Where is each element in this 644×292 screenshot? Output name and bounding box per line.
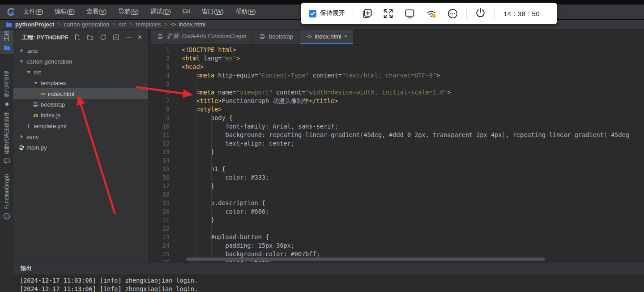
- breadcrumb-segment-templates[interactable]: templates: [136, 21, 161, 28]
- file-icon-slot: <>: [39, 91, 46, 97]
- activity-rail: 工程源代码管理鲲鹏代码迁移插件fFunctionGraph: [0, 30, 13, 262]
- line-number: 17: [149, 182, 176, 190]
- code-line-23[interactable]: 23 #upload-button {: [149, 233, 644, 241]
- line-number: 11: [149, 131, 176, 139]
- menu-item-e[interactable]: 编辑(E): [49, 8, 81, 16]
- chevron-down-icon[interactable]: [25, 69, 32, 75]
- project-panel-title: 工程: PYTHONPR⋯: [21, 34, 68, 42]
- more-icon[interactable]: ⋯: [125, 34, 132, 41]
- menu-item-h[interactable]: 帮助(H): [230, 8, 262, 16]
- html-file-icon: <>: [171, 21, 175, 27]
- new-file-icon[interactable]: [73, 34, 81, 41]
- tree-item-venv[interactable]: venv: [13, 131, 148, 142]
- remote-toolbar: 保持展开 14 : 38 : 50: [301, 3, 557, 24]
- code-line-14[interactable]: 14: [149, 156, 644, 165]
- code-line-3[interactable]: 3<head>: [149, 63, 644, 71]
- menu-item-n[interactable]: 导航(N): [112, 8, 145, 16]
- code-line-10[interactable]: 10 font-family: Arial, sans-serif;: [149, 122, 644, 131]
- code-line-9[interactable]: 9 body {: [149, 114, 644, 122]
- line-number: 18: [149, 190, 176, 199]
- code-line-12[interactable]: 12 text-align: center;: [149, 139, 644, 148]
- wifi-icon[interactable]: [425, 8, 437, 20]
- code-line-17[interactable]: 17 }: [149, 182, 644, 190]
- more-circle-icon[interactable]: [447, 8, 459, 20]
- code-area[interactable]: 1<!DOCTYPE html>2<html lang="en">3<head>…: [149, 45, 644, 262]
- code-line-16[interactable]: 16 color: #333;: [149, 173, 644, 182]
- code-line-2[interactable]: 2<html lang="en">: [149, 54, 644, 63]
- code-line-24[interactable]: 24 padding: 15px 30px;: [149, 241, 644, 250]
- tree-item-.arts[interactable]: .arts: [13, 45, 148, 56]
- modified-dot-icon: •: [345, 34, 347, 39]
- tree-item-templates[interactable]: templates: [13, 77, 148, 88]
- file-icon-slot: [32, 101, 39, 107]
- editor-tab-bootstrap[interactable]: bootstrap: [253, 30, 299, 44]
- code-line-5[interactable]: 5: [149, 80, 644, 88]
- editor-tab-index.html[interactable]: <>index.html•: [300, 30, 353, 44]
- menu-item-git[interactable]: Git: [177, 8, 196, 16]
- rail-item-item[interactable]: 工程: [0, 30, 13, 54]
- code-line-1[interactable]: 1<!DOCTYPE html>: [149, 46, 644, 54]
- code-text: <html lang="en">: [176, 54, 240, 63]
- code-text: body {: [176, 114, 233, 122]
- rail-item-item[interactable]: 源代码管理: [0, 67, 13, 110]
- breadcrumb-segment-index.html[interactable]: index.html: [179, 21, 205, 28]
- html-file-icon: <>: [40, 91, 45, 97]
- code-line-7[interactable]: 7 <title>FunctionGraph 动漫头像制作</title>: [149, 97, 644, 105]
- keep-open-checkbox[interactable]: 保持展开: [309, 9, 345, 17]
- power-slot: [474, 7, 486, 21]
- rail-item-item[interactable]: 鲲鹏代码迁移插件: [0, 114, 13, 167]
- code-line-6[interactable]: 6 <meta name="viewport" content="width=d…: [149, 88, 644, 97]
- code-text: p.description {: [176, 199, 265, 207]
- new-folder-icon[interactable]: [86, 34, 94, 41]
- code-line-4[interactable]: 4 <meta http-equiv="Content-Type" conten…: [149, 71, 644, 80]
- code-line-22[interactable]: 22: [149, 224, 644, 233]
- chevron-right-icon[interactable]: [18, 135, 25, 138]
- monitor-icon[interactable]: [404, 8, 416, 20]
- horizontal-scrollbar[interactable]: [186, 258, 545, 261]
- line-number: 24: [149, 241, 176, 250]
- code-line-21[interactable]: 21 }: [149, 216, 644, 224]
- code-line-13[interactable]: 13 }: [149, 148, 644, 156]
- rail-item-label: 鲲鹏代码迁移插件: [3, 112, 11, 155]
- line-number: 8: [149, 105, 176, 114]
- code-line-18[interactable]: 18: [149, 190, 644, 199]
- refresh-icon[interactable]: [99, 34, 107, 41]
- editor-tab-codeartsfunctiongraph[interactable]: 扩展: CodeArts FunctionGraph: [151, 30, 252, 44]
- tree-item-index.html[interactable]: <>index.html: [13, 88, 148, 99]
- code-line-11[interactable]: 11 background: repeating-linear-gradient…: [149, 131, 644, 139]
- tree-item-bootstrap[interactable]: bootstrap: [13, 99, 148, 110]
- menu-item-v[interactable]: 查看(V): [81, 8, 112, 16]
- chevron-right-icon[interactable]: [18, 49, 25, 52]
- add-window-icon[interactable]: [361, 8, 373, 20]
- code-line-19[interactable]: 19 p.description {: [149, 199, 644, 207]
- tree-item-index.js[interactable]: JSindex.js: [13, 110, 148, 120]
- tree-item-template.yml[interactable]: !template.yml: [13, 120, 148, 131]
- code-line-20[interactable]: 20 color: #666;: [149, 207, 644, 216]
- chevron-down-icon[interactable]: [18, 58, 25, 64]
- code-line-15[interactable]: 15 h1 {: [149, 165, 644, 173]
- collapse-icon[interactable]: [112, 34, 120, 41]
- rail-item-functiongraph[interactable]: fFunctionGraph: [0, 177, 13, 223]
- file-tree: .artscarton-generationsrctemplates<>inde…: [13, 45, 148, 262]
- menu-item-w[interactable]: 窗口(W): [196, 8, 230, 16]
- tree-item-cartongeneration[interactable]: carton-generation: [13, 56, 148, 67]
- tree-item-main.py[interactable]: main.py: [13, 142, 148, 153]
- menu-item-d[interactable]: 调试(D): [145, 8, 177, 16]
- code-line-8[interactable]: 8 <style>: [149, 105, 644, 114]
- list-icon: [158, 33, 164, 39]
- breadcrumb-segment-src[interactable]: src: [119, 21, 126, 28]
- output-log: [2024-12-17 11:03:06] [info] zhengxiaoji…: [13, 275, 644, 292]
- power-icon[interactable]: [474, 7, 486, 19]
- chevron-down-icon[interactable]: [32, 80, 39, 86]
- checkbox-checked-icon[interactable]: [309, 10, 316, 17]
- breadcrumb-segment-cartongeneration[interactable]: carton-generation: [64, 21, 109, 28]
- code-lines: 1<!DOCTYPE html>2<html lang="en">3<head>…: [149, 46, 644, 262]
- breadcrumb-segment-pythonproject[interactable]: pythonProject: [15, 21, 54, 28]
- tree-item-src[interactable]: src: [13, 67, 148, 77]
- codearts-logo-icon: [4, 6, 17, 17]
- menu-item-f[interactable]: 文件(F): [17, 8, 49, 16]
- html-file-icon: <>: [307, 34, 311, 39]
- fullscreen-icon[interactable]: [382, 8, 394, 20]
- close-icon[interactable]: ✕: [137, 34, 142, 41]
- tree-item-label: main.py: [26, 144, 47, 151]
